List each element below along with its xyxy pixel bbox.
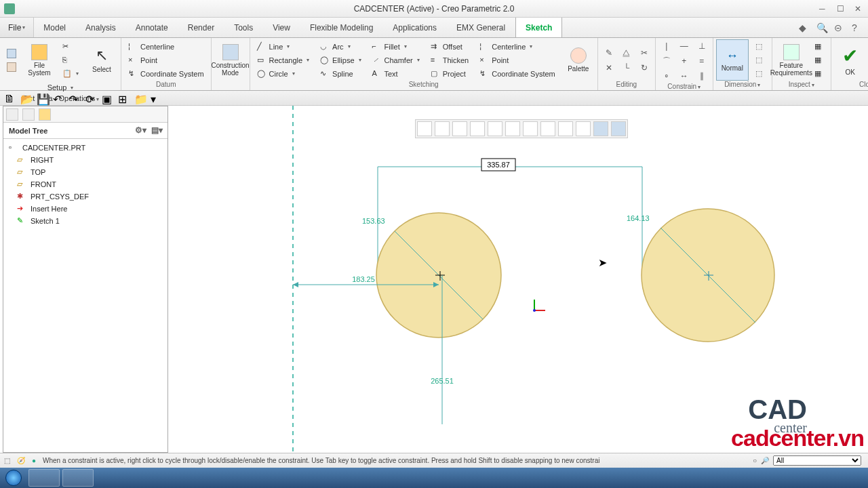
- tree-item-top[interactable]: ▱TOP: [7, 166, 163, 178]
- feature-req-button[interactable]: Feature Requirements: [775, 39, 808, 81]
- ellipse-tool[interactable]: ◯Ellipse: [316, 54, 365, 67]
- palette-button[interactable]: Palette: [562, 39, 595, 81]
- tree-item-insert[interactable]: ➔Insert Here: [7, 203, 163, 215]
- overlap-tool[interactable]: ▦: [810, 40, 828, 54]
- maximize-button[interactable]: ☐: [837, 4, 846, 14]
- more-icon[interactable]: ▾: [151, 93, 161, 104]
- highlight-tool[interactable]: ▦: [810, 54, 828, 67]
- select-button[interactable]: ↖ Select: [85, 39, 118, 81]
- windows-icon[interactable]: ▣: [102, 93, 113, 104]
- tab-applications[interactable]: Applications: [383, 18, 447, 37]
- constrain-label[interactable]: Constrain: [658, 83, 710, 90]
- status-find-icon[interactable]: 🔎: [761, 457, 769, 464]
- sketch-centerline-tool[interactable]: ¦Centerline: [475, 40, 559, 54]
- cut-button[interactable]: ✂: [58, 40, 83, 54]
- inspect-label[interactable]: Inspect: [775, 81, 828, 90]
- ref-dim[interactable]: ⬚: [751, 67, 769, 81]
- tangent-constraint[interactable]: ⌒: [658, 54, 675, 68]
- line-tool[interactable]: ╱Line: [253, 40, 314, 54]
- normal-dim-button[interactable]: ↔ Normal: [716, 39, 749, 81]
- annot-disp-icon[interactable]: [558, 121, 573, 136]
- tree-root[interactable]: ▫CADCENTER.PRT: [7, 142, 163, 154]
- tree-show-icon[interactable]: [6, 108, 18, 121]
- coincident-constraint[interactable]: ∘: [658, 69, 675, 83]
- construction-mode-button[interactable]: Construction Mode: [214, 39, 247, 81]
- options-icon[interactable]: ⊝: [834, 22, 845, 33]
- datum-point-button[interactable]: ×Point: [124, 54, 208, 67]
- copy-button[interactable]: ⎘: [58, 54, 83, 67]
- ref-button[interactable]: [3, 60, 20, 74]
- tree-layers-icon[interactable]: [22, 108, 35, 121]
- arc-tool[interactable]: ◡Arc: [316, 40, 365, 54]
- tree-item-front[interactable]: ▱FRONT: [7, 178, 163, 190]
- corner-tool[interactable]: └: [618, 61, 635, 75]
- spline-tool[interactable]: ∿Spline: [316, 67, 365, 81]
- rectangle-tool[interactable]: ▭Rectangle: [253, 54, 314, 67]
- text-tool[interactable]: AText: [368, 67, 424, 81]
- task-explorer[interactable]: [28, 469, 60, 487]
- dimension-label[interactable]: Dimension: [716, 81, 769, 90]
- selection-filter[interactable]: All: [773, 455, 861, 466]
- datum-coord-button[interactable]: ↯Coordinate System: [124, 67, 208, 81]
- tab-view[interactable]: View: [263, 18, 300, 37]
- minimize-button[interactable]: ─: [819, 4, 829, 14]
- explode-icon[interactable]: ◆: [799, 22, 810, 33]
- paste-button[interactable]: 📋: [58, 67, 83, 81]
- sketch-coord-tool[interactable]: ↯Coordinate System: [475, 67, 559, 81]
- divide-tool[interactable]: ✂: [636, 46, 652, 60]
- vertical-constraint[interactable]: |: [658, 39, 675, 53]
- project-tool[interactable]: ▢Project: [427, 67, 473, 81]
- regen-icon[interactable]: ⟳: [85, 93, 96, 104]
- file-system-button[interactable]: File System: [23, 39, 56, 81]
- tab-analysis[interactable]: Analysis: [76, 18, 126, 37]
- tab-model[interactable]: Model: [34, 18, 76, 37]
- file-menu[interactable]: File: [0, 18, 34, 37]
- tree-display-icon[interactable]: ▤▾: [151, 125, 162, 136]
- display-style-icon[interactable]: [488, 121, 502, 136]
- zoom-in-icon[interactable]: [435, 121, 450, 136]
- perpendicular-constraint[interactable]: ⊥: [694, 39, 710, 53]
- repaint-icon[interactable]: [470, 121, 485, 136]
- tab-sketch[interactable]: Sketch: [515, 18, 562, 37]
- grid-button[interactable]: [3, 47, 20, 60]
- open-icon[interactable]: 📂: [20, 93, 31, 104]
- search-icon[interactable]: 🔍: [816, 22, 827, 33]
- midpoint-constraint[interactable]: +: [676, 54, 692, 68]
- sketcher-disp2-icon[interactable]: [611, 121, 626, 136]
- tree-settings-icon[interactable]: ⚙▾: [135, 125, 146, 136]
- tab-annotate[interactable]: Annotate: [126, 18, 178, 37]
- chamfer-tool[interactable]: ⟋Chamfer: [368, 54, 424, 67]
- tab-emx-general[interactable]: EMX General: [447, 18, 515, 37]
- new-icon[interactable]: 🗎: [4, 93, 15, 104]
- help-icon[interactable]: ?: [852, 22, 863, 33]
- tree-item-sketch1[interactable]: ✎Sketch 1: [7, 215, 163, 227]
- modify-tool[interactable]: ✎: [601, 46, 617, 60]
- redo-icon[interactable]: ↷: [69, 93, 80, 104]
- parallel-constraint[interactable]: ∥: [694, 69, 710, 83]
- horizontal-constraint[interactable]: —: [676, 39, 692, 53]
- tab-tools[interactable]: Tools: [224, 18, 263, 37]
- fillet-tool[interactable]: ⌐Fillet: [368, 40, 424, 54]
- zoom-out-icon[interactable]: [452, 121, 467, 136]
- view-mgr-icon[interactable]: [523, 121, 538, 136]
- close-win-icon[interactable]: ⊞: [118, 93, 129, 104]
- sketch-point-tool[interactable]: ×Point: [475, 54, 559, 67]
- saved-views-icon[interactable]: [505, 121, 520, 136]
- thicken-tool[interactable]: ≡Thicken: [427, 54, 473, 67]
- mirror-tool[interactable]: ⧋: [618, 46, 635, 60]
- tab-flexible-modeling[interactable]: Flexible Modeling: [300, 18, 383, 37]
- delete-seg-tool[interactable]: ✕: [601, 61, 617, 75]
- shade-tool[interactable]: ▦: [810, 67, 828, 81]
- baseline-dim[interactable]: ⬚: [751, 54, 769, 67]
- ok-button[interactable]: ✔ OK: [834, 39, 867, 81]
- save-icon[interactable]: 💾: [37, 93, 47, 104]
- zoom-fit-icon[interactable]: [417, 121, 432, 136]
- perimeter-dim[interactable]: ⬚: [751, 40, 769, 54]
- rotate-tool[interactable]: ↻: [636, 61, 652, 75]
- datum-disp-icon[interactable]: [540, 121, 555, 136]
- tab-render[interactable]: Render: [178, 18, 224, 37]
- spin-center-icon[interactable]: [576, 121, 591, 136]
- start-button[interactable]: [0, 468, 27, 488]
- tree-item-csys[interactable]: ✱PRT_CSYS_DEF: [7, 190, 163, 203]
- circle-tool[interactable]: ◯Circle: [253, 67, 314, 81]
